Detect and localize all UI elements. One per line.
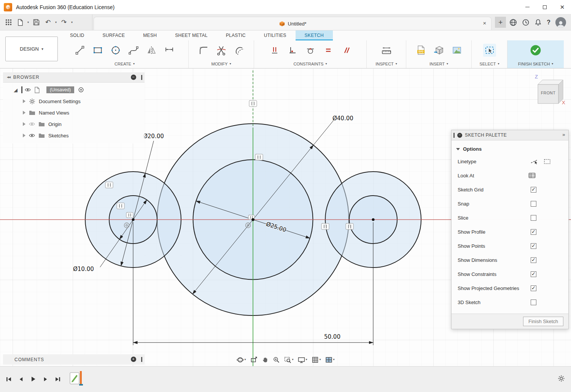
insert-svg-icon[interactable]: SVG — [415, 44, 428, 57]
show-projected-geometries-checkbox[interactable] — [531, 285, 536, 291]
viewcube[interactable]: Z X FRONT — [531, 72, 571, 112]
tab-close-icon[interactable]: × — [483, 20, 486, 26]
minimize-button[interactable] — [519, 0, 536, 14]
display-settings-button[interactable]: ▾ — [296, 355, 308, 365]
offset-tool-icon[interactable] — [233, 44, 246, 57]
finish-sketch-group-label[interactable]: FINISH SKETCH ▾ — [507, 59, 564, 68]
zoom-window-button[interactable]: ▾ — [283, 355, 294, 365]
options-section-header[interactable]: Options — [452, 143, 568, 155]
fillet-tool-icon[interactable] — [197, 44, 210, 57]
step-back-button[interactable] — [16, 374, 26, 384]
sketch-palette-header[interactable]: − SKETCH PALETTE » — [452, 130, 568, 140]
browser-row-sketches[interactable]: Sketches — [3, 130, 145, 141]
avatar[interactable] — [555, 17, 566, 28]
help-icon[interactable]: ? — [547, 19, 550, 26]
horizontal-vertical-constraint-icon[interactable] — [268, 44, 281, 57]
zoom-window-caret-icon[interactable]: ▾ — [292, 358, 293, 361]
tab-mesh[interactable]: MESH — [134, 30, 166, 40]
snap-checkbox[interactable] — [531, 201, 536, 207]
slice-checkbox[interactable] — [531, 215, 536, 221]
spline-tool-icon[interactable] — [127, 44, 140, 57]
construction-linetype-icon[interactable] — [530, 158, 539, 165]
skip-to-end-button[interactable] — [52, 374, 62, 384]
equal-constraint-icon[interactable] — [322, 44, 335, 57]
create-group-label[interactable]: CREATE ▾ — [61, 59, 188, 68]
tab-surface[interactable]: SURFACE — [94, 30, 134, 40]
play-button[interactable] — [28, 374, 38, 384]
visibility-eye-icon[interactable] — [25, 87, 31, 93]
orbit-caret-icon[interactable]: ▾ — [244, 358, 246, 361]
inspect-group-label[interactable]: INSPECT ▾ — [367, 59, 406, 68]
show-profile-checkbox[interactable] — [531, 229, 536, 235]
save-icon[interactable] — [32, 18, 41, 27]
recent-activity-clock-icon[interactable] — [522, 19, 530, 26]
select-group-label[interactable]: SELECT ▾ — [472, 59, 507, 68]
trim-tool-icon[interactable] — [215, 44, 228, 57]
viewports-caret-icon[interactable]: ▾ — [333, 358, 335, 361]
finish-sketch-icon[interactable] — [529, 44, 542, 57]
redo-icon[interactable]: ↷ — [59, 18, 68, 27]
file-menu-caret-icon[interactable]: ▾ — [27, 21, 29, 24]
show-points-checkbox[interactable] — [531, 243, 536, 249]
measure-tool-icon[interactable] — [380, 44, 393, 57]
sketch-grid-checkbox[interactable] — [531, 187, 536, 193]
tangent-constraint-icon[interactable] — [304, 44, 317, 57]
zoom-button[interactable] — [271, 355, 281, 365]
insert-group-label[interactable]: INSERT ▾ — [406, 59, 471, 68]
step-forward-button[interactable] — [40, 374, 50, 384]
notifications-bell-icon[interactable] — [534, 19, 542, 26]
maximize-button[interactable] — [536, 0, 554, 14]
comments-add-icon[interactable]: + — [131, 357, 136, 362]
expand-arrow-icon[interactable] — [23, 99, 25, 103]
constraints-group-label[interactable]: CONSTRAINTS ▾ — [254, 59, 366, 68]
visibility-off-eye-icon[interactable] — [29, 121, 35, 127]
expand-arrow-icon[interactable] — [23, 122, 25, 126]
browser-header[interactable]: ◀◀ BROWSER − — [3, 72, 145, 83]
select-tool-icon[interactable] — [483, 44, 496, 57]
dimension-d40[interactable]: Ø40.00 — [332, 115, 353, 122]
record-target-icon[interactable] — [78, 87, 84, 93]
show-constraints-checkbox[interactable] — [531, 271, 536, 277]
app-grid-icon[interactable] — [4, 18, 13, 27]
dimension-d20[interactable]: Ø20.00 — [143, 133, 164, 140]
timeline-sketch-feature[interactable] — [70, 371, 83, 386]
viewports-button[interactable]: ▾ — [324, 355, 336, 365]
show-dimensions-checkbox[interactable] — [531, 257, 536, 263]
grid-snap-button[interactable]: ▾ — [310, 355, 322, 365]
palette-grip-handle[interactable] — [453, 133, 455, 138]
browser-resize-handle[interactable] — [141, 75, 142, 80]
expand-arrow-icon[interactable] — [23, 111, 25, 115]
mirror-tool-icon[interactable] — [145, 44, 158, 57]
redo-caret-icon[interactable]: ▾ — [71, 21, 73, 24]
sketch-dimension-tool-icon[interactable] — [163, 44, 176, 57]
palette-dock-icon[interactable]: » — [562, 132, 565, 137]
viewcube-front-face[interactable]: FRONT — [538, 91, 558, 95]
line-tool-icon[interactable] — [73, 44, 86, 57]
centerline-linetype-icon[interactable] — [543, 158, 552, 165]
rectangle-tool-icon[interactable] — [91, 44, 104, 57]
dimension-d10[interactable]: Ø10.00 — [73, 266, 94, 272]
workspace-selector[interactable]: DESIGN ▾ — [5, 37, 58, 61]
new-document-button[interactable]: + — [495, 17, 506, 28]
dimension-d50[interactable]: 50.00 — [324, 333, 340, 340]
undo-caret-icon[interactable]: ▾ — [55, 21, 57, 24]
look-at-button[interactable] — [249, 355, 258, 365]
perpendicular-constraint-icon[interactable] — [286, 44, 299, 57]
3d-sketch-checkbox[interactable] — [531, 300, 536, 305]
document-tab[interactable]: Untitled* × — [94, 17, 491, 30]
circle-tool-icon[interactable] — [109, 44, 122, 57]
finish-sketch-button[interactable]: Finish Sketch — [523, 317, 563, 326]
display-settings-caret-icon[interactable]: ▾ — [305, 358, 307, 361]
job-status-icon[interactable] — [509, 19, 517, 26]
comments-bar[interactable]: COMMENTS + — [3, 354, 145, 365]
browser-root-row[interactable]: ◢ (Unsaved) — [3, 84, 145, 96]
palette-minus-icon[interactable]: − — [457, 133, 462, 138]
file-menu-icon[interactable] — [16, 18, 25, 27]
insert-derive-icon[interactable] — [433, 44, 445, 57]
tab-sketch[interactable]: SKETCH — [296, 30, 333, 40]
pan-button[interactable] — [260, 355, 269, 365]
timeline-settings-gear-icon[interactable] — [558, 375, 565, 382]
orbit-button[interactable]: ▾ — [235, 355, 247, 365]
comments-resize-handle[interactable] — [141, 357, 142, 362]
browser-row-origin[interactable]: Origin — [3, 118, 145, 130]
